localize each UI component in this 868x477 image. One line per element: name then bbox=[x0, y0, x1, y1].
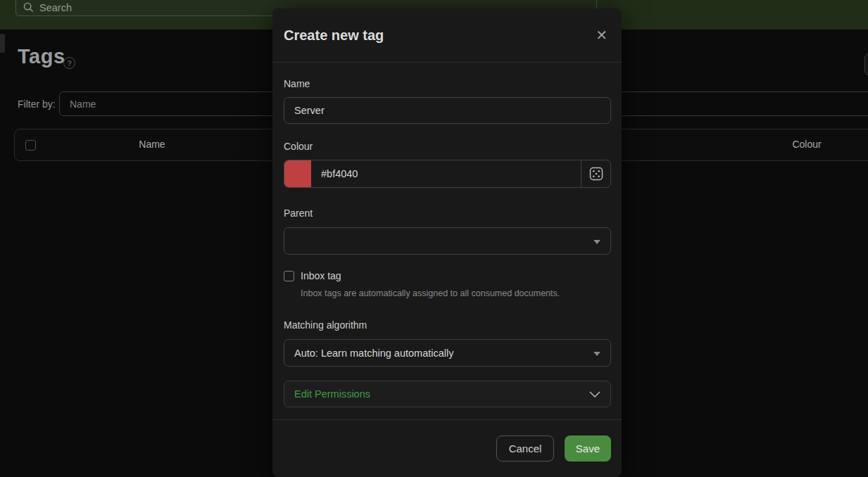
colour-swatch bbox=[284, 160, 311, 187]
colour-label: Colour bbox=[284, 141, 611, 152]
inbox-tag-label: Inbox tag bbox=[301, 270, 341, 281]
colour-input-group bbox=[284, 160, 611, 188]
name-label: Name bbox=[284, 78, 611, 89]
select-all-checkbox[interactable] bbox=[25, 140, 36, 151]
modal-header: Create new tag ✕ bbox=[272, 8, 622, 63]
help-icon[interactable]: ? bbox=[63, 57, 75, 69]
save-button[interactable]: Save bbox=[565, 435, 611, 462]
cancel-button[interactable]: Cancel bbox=[496, 435, 555, 462]
close-icon[interactable]: ✕ bbox=[594, 27, 609, 44]
caret-down-icon bbox=[593, 240, 600, 244]
matching-algorithm-value: Auto: Learn matching automatically bbox=[294, 348, 454, 359]
clipped-toolbar-button[interactable] bbox=[864, 53, 868, 75]
chevron-down-icon bbox=[589, 391, 600, 398]
column-header-colour[interactable]: Colour bbox=[765, 139, 849, 150]
edit-permissions-label: Edit Permissions bbox=[294, 388, 370, 400]
filter-by-label: Filter by: bbox=[18, 98, 56, 110]
parent-select[interactable] bbox=[284, 227, 611, 255]
inbox-tag-hint: Inbox tags are automatically assigned to… bbox=[301, 288, 611, 298]
random-colour-button[interactable] bbox=[581, 160, 610, 187]
matching-algorithm-select[interactable]: Auto: Learn matching automatically bbox=[284, 339, 611, 367]
edge-fragment bbox=[0, 34, 5, 53]
page-title: Tags bbox=[18, 45, 65, 68]
colour-input[interactable] bbox=[311, 160, 581, 187]
column-header-name[interactable]: Name bbox=[54, 139, 251, 150]
matching-algorithm-label: Matching algorithm bbox=[284, 319, 611, 331]
name-input[interactable] bbox=[284, 97, 611, 124]
edit-permissions-accordion[interactable]: Edit Permissions bbox=[284, 381, 611, 407]
inbox-tag-checkbox[interactable] bbox=[284, 271, 294, 281]
create-tag-modal: Create new tag ✕ Name Colour Parent bbox=[272, 8, 622, 477]
search-icon bbox=[23, 2, 34, 13]
caret-down-icon bbox=[593, 352, 600, 356]
parent-label: Parent bbox=[284, 208, 611, 219]
modal-footer: Cancel Save bbox=[272, 419, 622, 462]
dice-icon bbox=[589, 167, 603, 181]
modal-body: Name Colour Parent I bbox=[272, 78, 622, 407]
inbox-tag-row: Inbox tag bbox=[284, 270, 611, 281]
modal-title: Create new tag bbox=[284, 27, 384, 44]
